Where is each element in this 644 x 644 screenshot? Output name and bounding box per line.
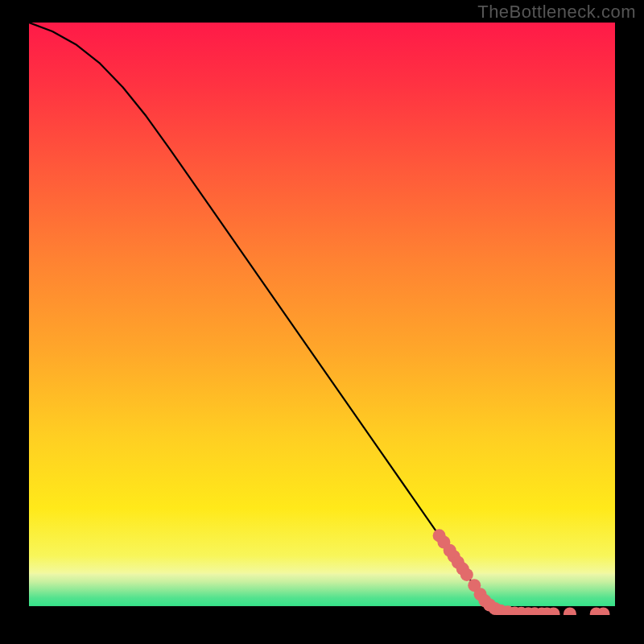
watermark-text: TheBottleneck.com <box>477 2 636 23</box>
data-marker <box>460 568 473 581</box>
plot-area <box>29 23 615 615</box>
svg-rect-0 <box>29 23 615 615</box>
chart-container: TheBottleneck.com <box>0 0 644 644</box>
svg-rect-1 <box>29 573 615 605</box>
plot-svg <box>29 23 615 615</box>
